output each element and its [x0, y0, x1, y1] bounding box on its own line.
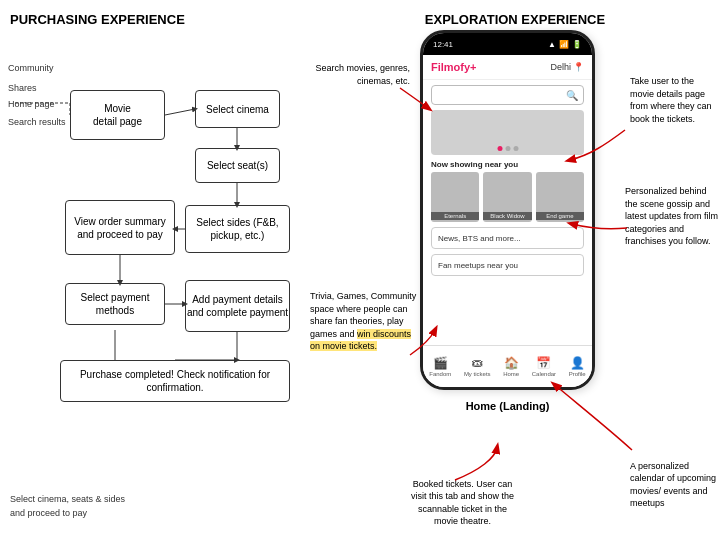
movie-title-black-widow: Black Widow: [483, 212, 531, 220]
nav-profile-label: Profile: [569, 371, 586, 377]
nav-profile[interactable]: 👤 Profile: [569, 356, 586, 377]
flowchart-arrows: [10, 35, 310, 455]
phone-screen: 12:41 ▲ 📶 🔋 Filmofy+ Delhi 📍 🔍: [420, 30, 595, 390]
app-header: Filmofy+ Delhi 📍: [423, 55, 592, 80]
svg-line-2: [165, 109, 195, 115]
meetups-bar[interactable]: Fan meetups near you: [431, 254, 584, 276]
status-bar: 12:41 ▲ 📶 🔋: [423, 33, 592, 55]
nav-home-label: Home: [503, 371, 519, 377]
take-user-annotation: Take user to the movie details page from…: [630, 75, 720, 125]
status-icons: ▲ 📶 🔋: [548, 40, 582, 49]
right-section-title: EXPLORATION EXPERIENCE: [310, 12, 720, 27]
purchasing-experience-section: PURCHASING EXPERIENCE Community Shares H…: [0, 0, 320, 540]
personalized-text: Personalized behind the scene gossip and…: [625, 186, 718, 246]
dot-2: [505, 146, 510, 151]
home-icon: 🏠: [504, 356, 519, 370]
meetups-bar-text: Fan meetups near you: [438, 261, 518, 270]
profile-icon: 👤: [570, 356, 585, 370]
nav-fandom-label: Fandom: [429, 371, 451, 377]
phone-mockup: 12:41 ▲ 📶 🔋 Filmofy+ Delhi 📍 🔍: [420, 30, 595, 390]
calendar-annotation-text: A personalized calendar of upcoming movi…: [630, 461, 716, 509]
movie-card-end-game[interactable]: End game: [536, 172, 584, 222]
calendar-annotation: A personalized calendar of upcoming movi…: [630, 460, 720, 510]
nav-home[interactable]: 🏠 Home: [503, 356, 519, 377]
exploration-experience-section: EXPLORATION EXPERIENCE 12:41 ▲ 📶 🔋 Filmo…: [310, 0, 720, 540]
take-user-text: Take user to the movie details page from…: [630, 76, 712, 124]
now-showing-label: Now showing near you: [431, 160, 584, 169]
movie-title-end-game: End game: [536, 212, 584, 220]
banner-dots: [497, 146, 518, 151]
nav-tickets-label: My tickets: [464, 371, 491, 377]
location-pin-icon: 📍: [573, 62, 584, 72]
personalized-annotation: Personalized behind the scene gossip and…: [625, 185, 720, 248]
news-bar[interactable]: News, BTS and more...: [431, 227, 584, 249]
nav-my-tickets[interactable]: 🎟 My tickets: [464, 356, 491, 377]
news-bar-text: News, BTS and more...: [438, 234, 521, 243]
bottom-nav: 🎬 Fandom 🎟 My tickets 🏠 Home 📅 Calendar …: [423, 345, 592, 387]
app-title: Filmofy+: [431, 61, 477, 73]
highlight-discounts: win discounts on movie tickets.: [310, 329, 411, 352]
search-annotation: Search movies, genres, cinemas, etc.: [315, 62, 410, 87]
nav-calendar-label: Calendar: [532, 371, 556, 377]
nav-calendar[interactable]: 📅 Calendar: [532, 356, 556, 377]
trivia-annotation-text: Trivia, Games, Community space where peo…: [310, 291, 416, 351]
search-annotation-text: Search movies, genres, cinemas, etc.: [315, 63, 410, 86]
flowchart: Moviedetail page Select cinema Select se…: [10, 35, 310, 455]
movies-row: Eternals Black Widow End game: [431, 172, 584, 222]
search-icon: 🔍: [566, 90, 578, 101]
home-landing-label: Home (Landing): [466, 400, 550, 412]
left-section-title: PURCHASING EXPERIENCE: [10, 12, 320, 27]
dot-1: [497, 146, 502, 151]
movie-title-eternals: Eternals: [431, 212, 479, 220]
phone-time: 12:41: [433, 40, 453, 49]
movie-banner: [431, 110, 584, 155]
search-bar[interactable]: 🔍: [431, 85, 584, 105]
movie-card-eternals[interactable]: Eternals: [431, 172, 479, 222]
trivia-annotation: Trivia, Games, Community space where peo…: [310, 290, 418, 353]
nav-fandom[interactable]: 🎬 Fandom: [429, 356, 451, 377]
movie-card-black-widow[interactable]: Black Widow: [483, 172, 531, 222]
dot-3: [513, 146, 518, 151]
tickets-icon: 🎟: [471, 356, 483, 370]
booked-annotation: Booked tickets. User can visit this tab …: [410, 478, 515, 528]
booked-annotation-text: Booked tickets. User can visit this tab …: [411, 479, 514, 527]
location-text: Delhi: [550, 62, 571, 72]
fandom-icon: 🎬: [433, 356, 448, 370]
calendar-icon: 📅: [536, 356, 551, 370]
bottom-note-left: Select cinema, seats & sides and proceed…: [10, 493, 140, 520]
location-display: Delhi 📍: [550, 62, 584, 72]
